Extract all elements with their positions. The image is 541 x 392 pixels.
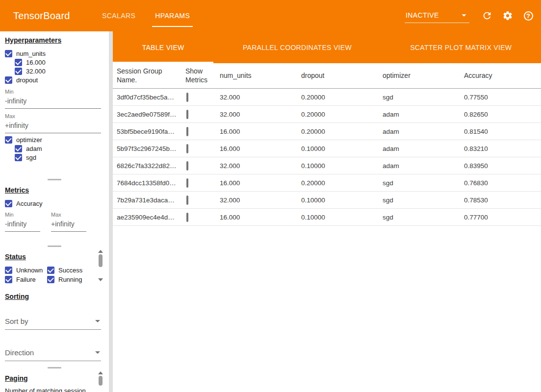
hparam-value-row: 32.000 — [15, 67, 104, 75]
scroll-up-arrow-icon[interactable] — [98, 250, 103, 253]
session-group-name: 6826c7fa3322d82… — [117, 162, 185, 170]
table-row: 7684dcc13358fd0… 16.000 0.20000 sgd 0.76… — [113, 174, 541, 192]
dropout-min-input[interactable] — [5, 96, 101, 109]
status-success-checkbox[interactable] — [47, 267, 54, 274]
column-header-session-group-name[interactable]: Session Group Name. — [117, 67, 185, 84]
dropout-min-label: Min — [5, 89, 104, 95]
session-group-name: 7684dcc13358fd0… — [117, 179, 185, 187]
num-units-label: num_units — [16, 50, 46, 57]
reload-status-select[interactable]: INACTIVE — [405, 9, 469, 23]
column-header-show-metrics[interactable]: Show Metrics — [185, 67, 220, 84]
arrow-drop-down-icon — [95, 320, 100, 322]
status-options: Unknown Success Failure Running — [5, 266, 94, 284]
dropout-checkbox[interactable] — [5, 76, 12, 84]
table-header-row: Session Group Name. Show Metrics num_uni… — [113, 63, 541, 89]
pane-resize-handle[interactable] — [0, 366, 109, 369]
metrics-max-input[interactable] — [51, 219, 86, 232]
metrics-heading: Metrics — [5, 186, 104, 194]
session-group-name: ae235909ec4e4d… — [117, 214, 185, 221]
optimizer-adam-checkbox[interactable] — [15, 145, 22, 152]
scrollbar-thumb[interactable] — [99, 376, 103, 386]
tensorboard-app: TensorBoard SCALARS HPARAMS INACTIVE ? — [0, 0, 541, 392]
direction-select[interactable]: Direction — [5, 346, 101, 361]
optimizer-value: sgd — [383, 94, 464, 101]
paging-pane: Paging Number of matching session groups… — [0, 369, 109, 392]
dropout-min-field: Min — [5, 89, 104, 109]
pane-resize-handle[interactable] — [0, 177, 109, 181]
status-unknown-checkbox[interactable] — [5, 267, 12, 274]
num-units-value: 16.000 — [220, 128, 301, 135]
tab-table-view-label: TABLE VIEW — [142, 44, 184, 51]
top-tabs: SCALARS HPARAMS — [92, 0, 200, 31]
num-units-16-label: 16.000 — [26, 59, 46, 66]
dropout-max-label: Max — [5, 113, 104, 119]
show-metrics-checkbox[interactable] — [186, 127, 188, 136]
column-header-accuracy[interactable]: Accuracy — [464, 72, 541, 80]
status-scrollbar[interactable] — [98, 250, 103, 281]
tab-scatter-plot-matrix-view[interactable]: SCATTER PLOT MATRIX VIEW — [381, 31, 541, 63]
arrow-drop-down-icon — [459, 10, 469, 21]
show-metrics-checkbox[interactable] — [186, 178, 188, 188]
status-running-checkbox[interactable] — [47, 276, 54, 283]
status-failure-label: Failure — [16, 276, 36, 283]
accuracy-value: 0.76830 — [464, 179, 541, 187]
pane-resize-handle[interactable] — [0, 244, 109, 248]
hyperparameters-heading: Hyperparameters — [5, 36, 104, 44]
hparam-row-num-units: num_units — [5, 49, 104, 58]
matching-groups-text: Number of matching session groups: 8 — [5, 387, 94, 392]
tab-scalars[interactable]: SCALARS — [99, 0, 138, 31]
status-failure-checkbox[interactable] — [5, 276, 12, 283]
hyperparameters-pane: Hyperparameters num_units 16.000 32.000 … — [0, 31, 109, 177]
show-metrics-checkbox[interactable] — [186, 110, 188, 119]
scroll-up-arrow-icon[interactable] — [98, 371, 103, 374]
optimizer-checkbox[interactable] — [5, 136, 12, 144]
show-metrics-checkbox[interactable] — [186, 196, 188, 205]
num-units-value: 32.000 — [220, 111, 301, 118]
table-row: 5b97f3c2967245b… 16.000 0.10000 adam 0.8… — [113, 140, 541, 157]
accuracy-checkbox[interactable] — [5, 200, 12, 207]
resize-grip — [48, 245, 61, 247]
dropout-label: dropout — [16, 76, 38, 84]
num-units-value: 16.000 — [220, 179, 301, 187]
num-units-16-checkbox[interactable] — [15, 59, 22, 66]
settings-button[interactable] — [502, 10, 514, 22]
status-sorting-pane: Status Unknown Success Failure Running — [0, 248, 109, 366]
show-metrics-checkbox[interactable] — [186, 213, 188, 222]
paging-heading: Paging — [5, 374, 104, 382]
metrics-max-label: Max — [51, 212, 86, 218]
optimizer-label: optimizer — [16, 136, 42, 144]
tab-parallel-coordinates-view[interactable]: PARALLEL COORDINATES VIEW — [213, 31, 381, 63]
scrollbar-thumb[interactable] — [99, 254, 103, 267]
tab-hparams[interactable]: HPARAMS — [152, 0, 193, 31]
num-units-checkbox[interactable] — [5, 50, 12, 57]
show-metrics-checkbox[interactable] — [186, 93, 188, 102]
metrics-min-input[interactable] — [5, 219, 40, 232]
show-metrics-checkbox[interactable] — [186, 161, 188, 171]
refresh-button[interactable] — [481, 10, 493, 22]
column-header-num-units[interactable]: num_units — [220, 72, 301, 80]
column-header-dropout[interactable]: dropout — [301, 72, 383, 80]
help-button[interactable]: ? — [522, 10, 534, 22]
num-units-value: 32.000 — [220, 196, 301, 204]
tab-table-view[interactable]: TABLE VIEW — [113, 31, 213, 63]
column-header-optimizer[interactable]: optimizer — [383, 72, 464, 80]
optimizer-value: sgd — [383, 179, 464, 187]
paging-scrollbar[interactable] — [98, 371, 103, 392]
accuracy-label: Accuracy — [16, 200, 42, 207]
hparam-row-dropout: dropout — [5, 75, 104, 84]
metrics-minmax: Min Max — [5, 212, 104, 232]
optimizer-value: adam — [383, 111, 464, 118]
dropout-max-input[interactable] — [5, 120, 101, 133]
sort-by-select[interactable]: Sort by — [5, 315, 101, 330]
status-row-unknown: Unknown — [5, 266, 47, 274]
scroll-down-arrow-icon[interactable] — [98, 278, 103, 281]
accuracy-value: 0.81540 — [464, 128, 541, 135]
accuracy-value: 0.83950 — [464, 162, 541, 170]
session-group-name: 3df0d7cf35bec5a… — [117, 94, 185, 101]
show-metrics-checkbox[interactable] — [186, 144, 188, 153]
sort-by-value: Sort by — [5, 317, 28, 325]
optimizer-value: adam — [383, 162, 464, 170]
num-units-32-checkbox[interactable] — [15, 68, 22, 75]
optimizer-sgd-checkbox[interactable] — [15, 154, 22, 161]
metrics-min-field: Min — [5, 212, 40, 232]
